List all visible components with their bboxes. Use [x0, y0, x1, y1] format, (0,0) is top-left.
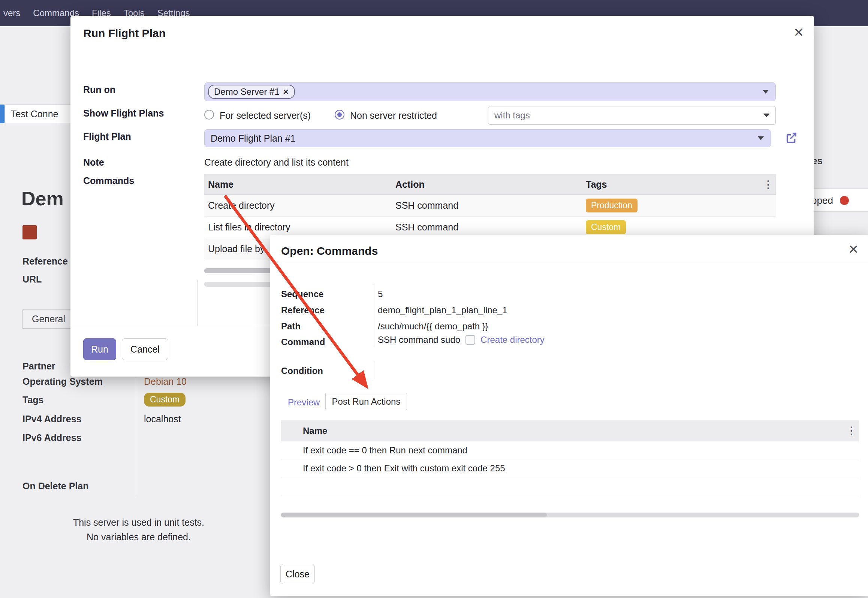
server-tag-chip[interactable]: Demo Server #1 ✕ [208, 85, 295, 99]
close-icon[interactable]: × [849, 241, 858, 257]
partial-primary-button[interactable] [0, 105, 4, 123]
close-icon[interactable]: × [794, 24, 804, 40]
on-delete-plan-label: On Delete Plan [22, 481, 88, 492]
command-label: Command [281, 337, 325, 347]
remove-tag-icon[interactable]: ✕ [283, 88, 289, 96]
radio-non-server-restricted-label[interactable]: Non server restricted [350, 110, 437, 121]
chevron-down-icon [763, 114, 769, 117]
row-action: SSH command [395, 200, 586, 211]
chevron-down-icon [758, 136, 764, 140]
tag-badge-custom: Custom [586, 220, 626, 234]
commands-modal-title: Open: Commands [281, 245, 378, 257]
kebab-menu-icon[interactable]: ⋮ [761, 178, 776, 191]
unit-test-note-line2: No variables are defined. [56, 532, 221, 543]
table-row-empty [281, 477, 859, 495]
server-page-title: Dem [21, 187, 64, 210]
status-text: pped [811, 195, 833, 206]
run-on-label: Run on [83, 84, 115, 95]
close-button[interactable]: Close [280, 564, 315, 584]
commands-table-header: Name Action Tags ⋮ [204, 174, 776, 195]
table-row[interactable]: If exit code > 0 then Exit with custom e… [281, 459, 859, 477]
flight-plan-label: Flight Plan [83, 131, 131, 142]
flight-plan-note-text: Create directory and list its content [204, 157, 349, 168]
tag-badge-custom[interactable]: Custom [144, 393, 186, 407]
path-value: /such/much/{{ demo_path }} [378, 321, 488, 332]
ipv6-label: IPv6 Address [22, 432, 81, 443]
column-header-name[interactable]: Name [281, 426, 327, 436]
divider [374, 361, 374, 379]
tag-badge-production: Production [586, 199, 638, 212]
divider [374, 284, 374, 347]
divider [197, 280, 198, 326]
external-link-icon[interactable] [784, 131, 798, 145]
create-directory-link[interactable]: Create directory [480, 335, 545, 345]
open-commands-modal: Open: Commands × Sequence 5 Reference de… [270, 235, 868, 596]
unit-test-note-line1: This server is used in unit tests. [56, 517, 221, 528]
table-row[interactable]: Create directory SSH command Production [204, 195, 776, 217]
color-swatch[interactable] [22, 225, 37, 239]
reference-value: demo_flight_plan_1_plan_line_1 [378, 305, 507, 315]
post-run-actions-table: Name ⋮ If exit code == 0 then Run next c… [281, 420, 859, 495]
ipv4-label: IPv4 Address [22, 414, 81, 425]
flight-plan-value: Demo Flight Plan #1 [211, 133, 296, 144]
show-flight-plans-label: Show Flight Plans [83, 108, 164, 119]
path-label: Path [281, 321, 301, 332]
row-name: If exit code == 0 then Run next command [281, 445, 467, 456]
reference-label: Reference [22, 256, 68, 267]
with-tags-select[interactable]: with tags [488, 106, 776, 125]
radio-non-server-restricted[interactable] [335, 110, 344, 120]
sequence-label: Sequence [281, 289, 323, 299]
column-header-action[interactable]: Action [395, 179, 586, 190]
chevron-down-icon [763, 90, 769, 94]
command-value: SSH command sudo [378, 335, 460, 345]
create-directory-checkbox[interactable] [465, 335, 475, 345]
row-name: If exit code > 0 then Exit with custom e… [281, 463, 505, 474]
horizontal-scrollbar[interactable] [281, 513, 547, 517]
row-action: SSH command [395, 222, 586, 233]
with-tags-value: with tags [494, 110, 530, 121]
row-name: Create directory [204, 200, 395, 211]
condition-label: Condition [281, 366, 323, 376]
url-label: URL [22, 274, 42, 285]
post-run-table-header: Name ⋮ [281, 420, 859, 441]
sequence-value: 5 [378, 289, 383, 299]
operating-system-value[interactable]: Debian 10 [144, 376, 187, 387]
scrollbar-track [281, 513, 859, 517]
commands-label: Commands [83, 175, 134, 186]
tab-preview[interactable]: Preview [288, 397, 320, 408]
status-dot-icon [840, 196, 849, 205]
radio-selected-servers-label[interactable]: For selected server(s) [220, 110, 311, 121]
run-button[interactable]: Run [83, 338, 116, 360]
partner-label: Partner [22, 361, 55, 372]
row-name: List files in directory [204, 222, 395, 233]
command-value-row: SSH command sudo Create directory [378, 335, 545, 345]
header-divider [270, 262, 868, 262]
run-on-field[interactable]: Demo Server #1 ✕ [204, 82, 776, 101]
run-modal-title: Run Flight Plan [83, 27, 166, 40]
note-label: Note [83, 157, 104, 168]
flight-plan-field[interactable]: Demo Flight Plan #1 [204, 129, 771, 147]
tags-label: Tags [22, 395, 44, 405]
radio-selected-servers[interactable] [204, 110, 214, 120]
cancel-button[interactable]: Cancel [122, 338, 168, 360]
column-header-tags[interactable]: Tags [586, 179, 761, 190]
server-tag-label: Demo Server #1 [214, 87, 280, 97]
kebab-menu-icon[interactable]: ⋮ [844, 425, 859, 437]
field-divider [135, 373, 135, 496]
ipv4-value: localhost [144, 414, 181, 425]
screen: vers Commands Files Tools Settings Test … [0, 0, 868, 598]
column-header-name[interactable]: Name [204, 179, 395, 190]
tab-post-run-actions[interactable]: Post Run Actions [325, 393, 407, 410]
tab-general[interactable]: General [22, 309, 75, 329]
operating-system-label: Operating System [22, 376, 103, 387]
nav-item-servers[interactable]: vers [0, 0, 27, 26]
table-row[interactable]: If exit code == 0 then Run next command [281, 441, 859, 459]
reference-label: Reference [281, 305, 325, 315]
